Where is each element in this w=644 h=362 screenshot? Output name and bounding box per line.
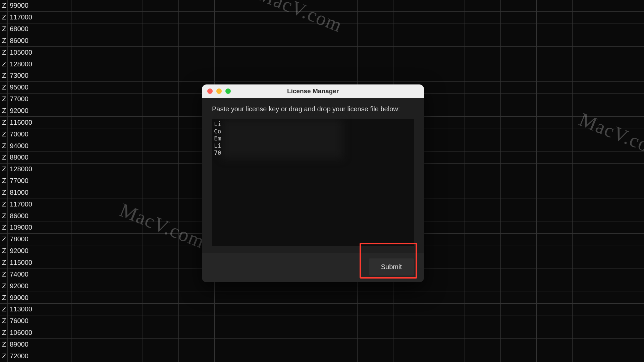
cell[interactable] (608, 164, 644, 175)
cell[interactable]: 81000 (8, 187, 71, 198)
cell[interactable] (358, 315, 393, 327)
cell[interactable]: 70000 (8, 128, 71, 140)
cell[interactable] (215, 0, 251, 11)
cell[interactable] (573, 222, 608, 233)
cell[interactable] (608, 327, 644, 339)
cell[interactable] (429, 94, 465, 105)
cell[interactable] (107, 315, 143, 327)
cell[interactable] (608, 339, 644, 350)
cell[interactable] (501, 327, 537, 339)
cell[interactable] (286, 58, 322, 70)
cell[interactable] (286, 0, 322, 11)
cell[interactable] (501, 164, 537, 175)
cell[interactable]: 128000 (8, 58, 71, 70)
cell[interactable] (215, 339, 251, 350)
cell[interactable] (143, 268, 179, 280)
cell[interactable] (501, 222, 537, 233)
cell[interactable]: 86000 (8, 35, 71, 47)
cell[interactable] (143, 47, 179, 58)
cell[interactable] (107, 82, 143, 93)
cell[interactable] (143, 257, 179, 268)
cell[interactable] (429, 117, 465, 128)
cell[interactable]: Z (0, 82, 8, 93)
cell[interactable]: Z (0, 222, 8, 233)
cell[interactable] (179, 47, 215, 58)
cell[interactable] (71, 58, 107, 70)
cell[interactable] (393, 23, 429, 35)
cell[interactable] (465, 257, 501, 268)
cell[interactable]: Z (0, 175, 8, 187)
cell[interactable] (250, 58, 286, 70)
cell[interactable] (573, 35, 608, 47)
cell[interactable] (501, 198, 537, 210)
cell[interactable] (429, 35, 465, 47)
cell[interactable] (107, 198, 143, 210)
cell[interactable] (143, 339, 179, 350)
cell[interactable] (573, 315, 608, 327)
cell[interactable] (501, 315, 537, 327)
table-row[interactable]: Z113000 (0, 304, 644, 315)
cell[interactable] (322, 23, 358, 35)
cell[interactable]: Z (0, 280, 8, 292)
cell[interactable] (501, 268, 537, 280)
cell[interactable] (71, 82, 107, 93)
cell[interactable] (608, 70, 644, 81)
cell[interactable] (179, 304, 215, 315)
cell[interactable] (573, 152, 608, 163)
cell[interactable] (429, 350, 465, 362)
cell[interactable] (286, 339, 322, 350)
cell[interactable] (215, 304, 251, 315)
cell[interactable] (501, 140, 537, 152)
cell[interactable] (573, 140, 608, 152)
cell[interactable] (429, 23, 465, 35)
cell[interactable] (286, 315, 322, 327)
cell[interactable] (501, 210, 537, 222)
cell[interactable] (465, 23, 501, 35)
cell[interactable] (250, 12, 286, 23)
cell[interactable]: 128000 (8, 164, 71, 175)
cell[interactable] (573, 117, 608, 128)
cell[interactable] (393, 304, 429, 315)
cell[interactable] (429, 12, 465, 23)
cell[interactable] (573, 245, 608, 257)
cell[interactable] (107, 12, 143, 23)
cell[interactable] (465, 327, 501, 339)
cell[interactable] (179, 23, 215, 35)
cell[interactable]: 117000 (8, 198, 71, 210)
cell[interactable]: 92000 (8, 245, 71, 257)
cell[interactable] (465, 47, 501, 58)
cell[interactable] (608, 94, 644, 105)
cell[interactable] (143, 140, 179, 152)
cell[interactable] (429, 140, 465, 152)
cell[interactable] (573, 23, 608, 35)
cell[interactable] (250, 70, 286, 81)
cell[interactable]: 73000 (8, 70, 71, 81)
submit-button[interactable]: Submit (369, 258, 414, 276)
cell[interactable]: Z (0, 12, 8, 23)
cell[interactable] (537, 47, 573, 58)
cell[interactable] (143, 234, 179, 245)
cell[interactable] (465, 94, 501, 105)
cell[interactable]: 109000 (8, 222, 71, 233)
cell[interactable] (429, 327, 465, 339)
cell[interactable]: Z (0, 70, 8, 81)
cell[interactable] (107, 187, 143, 198)
cell[interactable] (501, 70, 537, 81)
cell[interactable] (143, 70, 179, 81)
cell[interactable]: 94000 (8, 140, 71, 152)
cell[interactable] (608, 128, 644, 140)
cell[interactable] (537, 187, 573, 198)
cell[interactable]: Z (0, 292, 8, 303)
cell[interactable] (143, 35, 179, 47)
cell[interactable] (107, 234, 143, 245)
cell[interactable] (537, 315, 573, 327)
cell[interactable] (501, 128, 537, 140)
cell[interactable] (573, 0, 608, 11)
cell[interactable] (107, 152, 143, 163)
cell[interactable] (573, 280, 608, 292)
cell[interactable] (250, 47, 286, 58)
cell[interactable] (573, 12, 608, 23)
cell[interactable]: 89000 (8, 339, 71, 350)
cell[interactable] (322, 47, 358, 58)
cell[interactable] (71, 35, 107, 47)
